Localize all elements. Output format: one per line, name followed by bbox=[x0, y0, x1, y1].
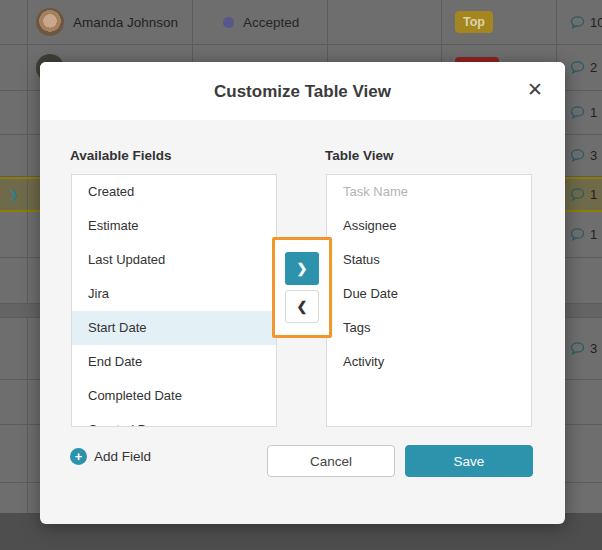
comment-bubble-icon bbox=[570, 106, 585, 119]
assignee-cell: Amanda Johnson bbox=[28, 0, 193, 44]
comment-count: 1 bbox=[590, 227, 597, 242]
comment-count: 10 bbox=[590, 15, 602, 30]
expand-chevron-icon: ❯ bbox=[9, 188, 18, 201]
comment-count: 1 bbox=[590, 105, 597, 120]
field-item-estimate[interactable]: Estimate bbox=[72, 209, 276, 243]
dialog-title: Customize Table View bbox=[40, 62, 565, 102]
status-cell: Accepted bbox=[193, 0, 328, 44]
add-field-label: Add Field bbox=[94, 449, 151, 464]
priority-cell: Top bbox=[442, 0, 557, 44]
field-item-end-date[interactable]: End Date bbox=[72, 345, 276, 379]
comments-cell: 10 bbox=[557, 0, 602, 44]
avatar bbox=[36, 8, 64, 36]
comment-count: 3 bbox=[590, 341, 597, 356]
field-item-due-date[interactable]: Due Date bbox=[327, 277, 531, 311]
expand-cell bbox=[0, 212, 28, 257]
chevron-left-icon: ❮ bbox=[297, 299, 308, 314]
field-item-jira[interactable]: Jira bbox=[72, 277, 276, 311]
comment-bubble-icon bbox=[570, 228, 585, 241]
field-item-task-name: Task Name bbox=[327, 175, 531, 209]
customize-table-view-dialog: Customize Table View ✕ Available Fields … bbox=[40, 62, 565, 524]
available-fields-list: Created Estimate Last Updated Jira Start… bbox=[71, 174, 277, 427]
chevron-right-icon: ❯ bbox=[297, 261, 308, 276]
comment-count: 2 bbox=[590, 60, 597, 75]
priority-badge: Top bbox=[455, 11, 493, 33]
move-left-button[interactable]: ❮ bbox=[285, 290, 319, 323]
expand-cell bbox=[0, 91, 28, 134]
move-right-button[interactable]: ❯ bbox=[285, 252, 319, 285]
empty-cell bbox=[328, 0, 442, 44]
field-item-tags[interactable]: Tags bbox=[327, 311, 531, 345]
comment-bubble-icon bbox=[570, 188, 585, 201]
plus-circle-icon: + bbox=[70, 448, 87, 465]
expand-cell bbox=[0, 0, 28, 44]
status-label: Accepted bbox=[243, 15, 299, 30]
transfer-buttons-highlight: ❯ ❮ bbox=[272, 237, 332, 338]
field-item-created[interactable]: Created bbox=[72, 175, 276, 209]
cancel-button[interactable]: Cancel bbox=[267, 445, 395, 477]
expand-cell bbox=[0, 45, 28, 90]
app-window: Amanda Johnson Accepted Top 10 Alex Ma bbox=[0, 0, 602, 550]
expand-cell bbox=[0, 258, 28, 303]
dialog-header: Customize Table View ✕ bbox=[40, 62, 565, 120]
comment-bubble-icon bbox=[570, 149, 585, 162]
expand-cell bbox=[0, 135, 28, 176]
field-item-activity[interactable]: Activity bbox=[327, 345, 531, 379]
field-item-last-updated[interactable]: Last Updated bbox=[72, 243, 276, 277]
comment-count: 1 bbox=[590, 187, 597, 202]
comment-bubble-icon bbox=[570, 16, 585, 29]
comment-bubble-icon bbox=[570, 61, 585, 74]
comment-count: 3 bbox=[590, 148, 597, 163]
field-item-completed-date[interactable]: Completed Date bbox=[72, 379, 276, 413]
field-item-status[interactable]: Status bbox=[327, 243, 531, 277]
expand-cell bbox=[0, 318, 28, 379]
table-row: Amanda Johnson Accepted Top 10 bbox=[0, 0, 602, 45]
field-item-created-by[interactable]: Created By bbox=[72, 413, 276, 427]
save-button[interactable]: Save bbox=[405, 445, 533, 477]
add-field-button[interactable]: + Add Field bbox=[70, 448, 151, 465]
available-fields-heading: Available Fields bbox=[70, 148, 172, 163]
assignee-name: Amanda Johnson bbox=[73, 15, 178, 30]
comment-bubble-icon bbox=[570, 342, 585, 355]
status-dot-icon bbox=[223, 17, 234, 28]
field-item-start-date[interactable]: Start Date bbox=[72, 311, 276, 345]
table-view-list: Task Name Assignee Status Due Date Tags … bbox=[326, 174, 532, 427]
close-icon[interactable]: ✕ bbox=[527, 79, 543, 101]
expand-cell: ❯ bbox=[0, 179, 28, 210]
field-item-assignee[interactable]: Assignee bbox=[327, 209, 531, 243]
table-view-heading: Table View bbox=[325, 148, 394, 163]
